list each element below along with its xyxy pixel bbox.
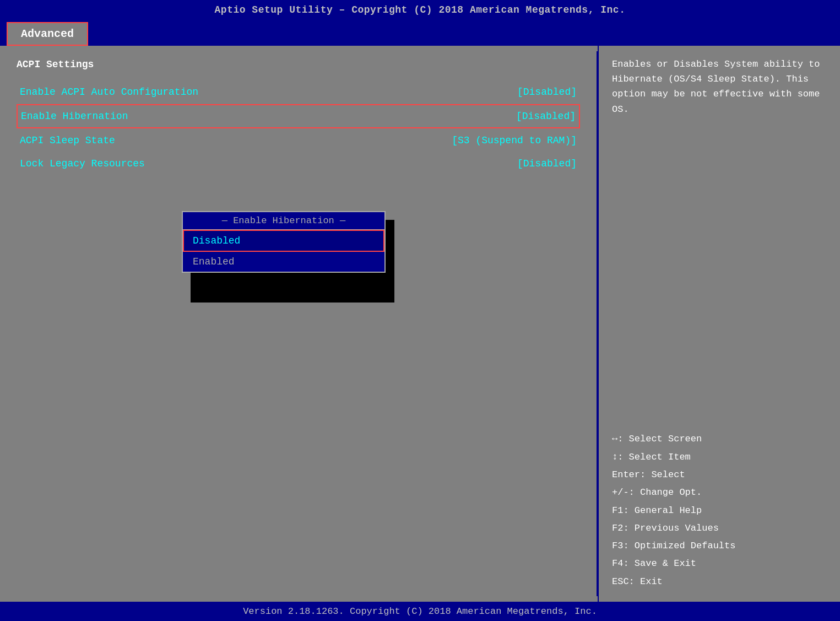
setting-value-hibernation: [Disabled] (516, 111, 576, 122)
setting-row-sleep-state[interactable]: ACPI Sleep State [S3 (Suspend to RAM)] (17, 129, 580, 152)
setting-value-acpi-auto: [Disabled] (517, 87, 577, 98)
key-select-item: ↕: Select Item (612, 449, 827, 466)
popup-dialog: Enable Hibernation Disabled Enabled (182, 211, 386, 273)
key-save-exit: F4: Save & Exit (612, 555, 827, 573)
title-text: Aptio Setup Utility – Copyright (C) 2018… (215, 4, 626, 15)
setting-value-sleep-state: [S3 (Suspend to RAM)] (452, 135, 577, 146)
key-help: ↔: Select Screen ↕: Select Item Enter: S… (612, 430, 827, 591)
popup-item-disabled[interactable]: Disabled (183, 230, 384, 252)
popup-title: Enable Hibernation (183, 212, 384, 230)
key-esc-exit: ESC: Exit (612, 573, 827, 591)
setting-value-lock-legacy: [Disabled] (517, 158, 577, 169)
setting-row-acpi-auto[interactable]: Enable ACPI Auto Configuration [Disabled… (17, 81, 580, 103)
bios-screen: Aptio Setup Utility – Copyright (C) 2018… (0, 0, 840, 621)
left-panel: ACPI Settings Enable ACPI Auto Configura… (0, 46, 597, 602)
setting-row-lock-legacy[interactable]: Lock Legacy Resources [Disabled] (17, 153, 580, 175)
menu-bar: Advanced (0, 20, 840, 46)
menu-tab-advanced[interactable]: Advanced (7, 22, 88, 46)
setting-label-acpi-auto: Enable ACPI Auto Configuration (20, 87, 506, 98)
key-select-screen: ↔: Select Screen (612, 430, 827, 448)
popup-overlay: Enable Hibernation Disabled Enabled (182, 211, 386, 273)
help-text: Enables or Disables System ability to Hi… (612, 57, 827, 117)
setting-label-hibernation: Enable Hibernation (21, 111, 505, 122)
key-enter-select: Enter: Select (612, 466, 827, 484)
key-optimized-defaults: F3: Optimized Defaults (612, 537, 827, 555)
main-content: ACPI Settings Enable ACPI Auto Configura… (0, 46, 840, 602)
right-panel-inner: Enables or Disables System ability to Hi… (612, 57, 827, 591)
key-previous-values: F2: Previous Values (612, 520, 827, 537)
footer: Version 2.18.1263. Copyright (C) 2018 Am… (0, 602, 840, 621)
key-change-opt: +/-: Change Opt. (612, 484, 827, 501)
setting-label-lock-legacy: Lock Legacy Resources (20, 158, 506, 169)
popup-item-enabled[interactable]: Enabled (183, 252, 384, 272)
key-general-help: F1: General Help (612, 502, 827, 520)
setting-label-sleep-state: ACPI Sleep State (20, 135, 441, 146)
right-panel: Enables or Disables System ability to Hi… (598, 46, 840, 602)
footer-text: Version 2.18.1263. Copyright (C) 2018 Am… (243, 606, 597, 617)
title-bar: Aptio Setup Utility – Copyright (C) 2018… (0, 0, 840, 20)
section-title: ACPI Settings (17, 59, 580, 70)
spacer (612, 133, 827, 431)
setting-row-hibernation[interactable]: Enable Hibernation [Disabled] (17, 104, 580, 128)
